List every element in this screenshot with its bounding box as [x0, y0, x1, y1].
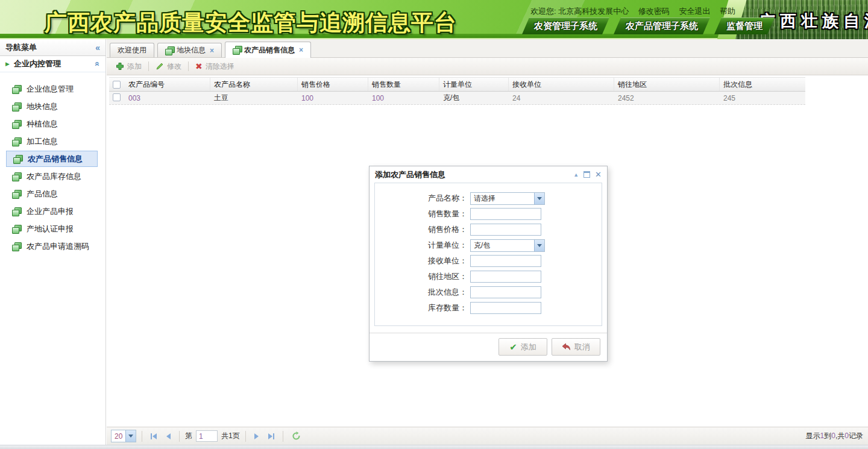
page-size-select[interactable]: 20: [111, 430, 136, 442]
stock-qty-input[interactable]: [470, 302, 541, 314]
dialog-header[interactable]: 添加农产品销售信息 ▲ ✕: [370, 166, 607, 183]
row-checkbox[interactable]: [113, 93, 121, 101]
dropdown-trigger[interactable]: [534, 193, 544, 204]
sidebar-item-label: 产品信息: [27, 189, 58, 199]
doc-stack-icon: [12, 85, 21, 93]
dropdown-trigger[interactable]: [125, 430, 136, 442]
clear-selection-button[interactable]: ✖ 清除选择: [192, 61, 238, 72]
first-page-button[interactable]: [148, 433, 160, 439]
tab-close-icon[interactable]: ×: [210, 46, 214, 55]
dialog-title: 添加农产品销售信息: [375, 169, 445, 180]
tab-close-icon[interactable]: ×: [299, 46, 303, 54]
column-header[interactable]: 销售数量: [368, 78, 439, 91]
doc-stack-icon: [233, 46, 242, 54]
system-tab-agri-materials[interactable]: 农资管理子系统: [522, 17, 609, 34]
prev-page-button[interactable]: [163, 433, 174, 439]
field-label-sale-qty: 销售数量：: [375, 209, 470, 219]
pagination-separator: [142, 431, 142, 442]
record-end-number: 0: [831, 432, 835, 440]
unit-select[interactable]: 克/包: [470, 239, 545, 252]
sidebar-item-enterprise-info[interactable]: 企业信息管理: [0, 80, 105, 98]
doc-stack-icon: [165, 46, 174, 55]
system-tab-supervision[interactable]: 监督管理: [714, 17, 775, 34]
sidebar-item-label: 产地认证申报: [27, 224, 74, 234]
sale-qty-input[interactable]: [470, 208, 541, 220]
maximize-icon[interactable]: [583, 171, 590, 178]
column-header[interactable]: 农产品名称: [210, 78, 298, 91]
sidebar-item-label: 农产品申请追溯码: [27, 241, 89, 252]
sidebar-collapse-icon[interactable]: «: [95, 43, 100, 52]
column-header[interactable]: 批次信息: [720, 78, 805, 91]
logout-link[interactable]: 安全退出: [679, 7, 710, 16]
add-button[interactable]: 添加: [112, 61, 145, 72]
pencil-icon: [156, 62, 164, 71]
clear-x-icon: ✖: [195, 62, 203, 71]
sidebar-item-planting-info[interactable]: 种植信息: [0, 115, 105, 133]
app-header: 广西农产品质量安全监管与追溯信息平台 欢迎您: 北京高科技发展中心 修改密码 安…: [0, 0, 868, 39]
content-tabbar: 欢迎使用 地块信息 × 农产品销售信息 ×: [107, 39, 868, 58]
sidebar: 导航菜单 « ▶ 企业内控管理 « 企业信息管理 地块信息 种植信息 加工信息 …: [0, 39, 106, 449]
edit-button[interactable]: 修改: [152, 61, 185, 72]
doc-stack-icon: [12, 225, 21, 233]
sidebar-item-sales-info[interactable]: 农产品销售信息: [6, 151, 98, 167]
add-sales-dialog: 添加农产品销售信息 ▲ ✕ 产品名称： 请选择 销售数量： 销售价格： 计量单位…: [369, 166, 608, 362]
product-name-select[interactable]: 请选择: [470, 192, 545, 205]
batch-input[interactable]: [470, 286, 541, 298]
tab-label: 农产品销售信息: [244, 45, 295, 55]
section-collapse-icon[interactable]: «: [93, 61, 102, 66]
dropdown-trigger[interactable]: [534, 240, 544, 251]
receiver-input[interactable]: [470, 255, 541, 267]
system-tabs: 农资管理子系统 农产品管理子系统 监督管理: [522, 17, 775, 34]
triangle-left-icon: [153, 433, 157, 439]
next-page-button[interactable]: [251, 433, 262, 439]
last-page-button[interactable]: [265, 433, 277, 439]
toolbar-separator: [188, 61, 189, 71]
sidebar-item-processing-info[interactable]: 加工信息: [0, 133, 105, 150]
welcome-text: 欢迎您: 北京高科技发展中心: [530, 7, 629, 16]
change-password-link[interactable]: 修改密码: [638, 7, 670, 16]
minimize-icon[interactable]: ▲: [573, 172, 579, 178]
cancel-arrow-icon: [562, 343, 571, 351]
sidebar-item-product-info[interactable]: 产品信息: [0, 185, 105, 203]
dialog-cancel-button[interactable]: 取消: [552, 338, 600, 356]
sidebar-item-inventory-info[interactable]: 农产品库存信息: [0, 168, 105, 185]
sidebar-title: 导航菜单: [5, 42, 37, 53]
sidebar-item-plot-info[interactable]: 地块信息: [0, 98, 105, 115]
column-header[interactable]: 计量单位: [439, 78, 509, 91]
grid-toolbar: 添加 修改 ✖ 清除选择: [107, 58, 868, 75]
sidebar-section-internal-control[interactable]: ▶ 企业内控管理 «: [0, 56, 105, 72]
dialog-add-button[interactable]: ✔ 添加: [498, 338, 547, 356]
cell-region: 2452: [614, 94, 720, 102]
close-icon[interactable]: ✕: [595, 171, 602, 178]
doc-stack-icon: [12, 242, 21, 251]
select-all-checkbox[interactable]: [113, 81, 121, 89]
app-title: 广西农产品质量安全监管与追溯信息平台: [45, 8, 457, 38]
dialog-body: 产品名称： 请选择 销售数量： 销售价格： 计量单位： 克/包 接收单位：: [374, 183, 602, 326]
tab-plot-info[interactable]: 地块信息 ×: [157, 43, 222, 57]
sales-grid: 农产品编号 农产品名称 销售价格 销售数量 计量单位 接收单位 销往地区 批次信…: [109, 77, 805, 105]
section-arrow-icon: ▶: [5, 61, 10, 67]
sale-price-input[interactable]: [470, 224, 541, 236]
sidebar-menu: 企业信息管理 地块信息 种植信息 加工信息 农产品销售信息 农产品库存信息 产品…: [0, 72, 105, 255]
help-link[interactable]: 帮助: [720, 7, 735, 16]
column-header[interactable]: 接收单位: [509, 78, 614, 91]
column-header[interactable]: 销往地区: [614, 78, 720, 91]
field-label-receiver: 接收单位：: [375, 256, 470, 266]
page-number-input[interactable]: [196, 430, 218, 442]
cell-sale-price: 100: [298, 94, 368, 102]
unit-value: 克/包: [471, 240, 534, 251]
edit-button-label: 修改: [167, 61, 181, 72]
sidebar-item-origin-cert[interactable]: 产地认证申报: [0, 220, 105, 237]
sidebar-item-trace-code[interactable]: 农产品申请追溯码: [0, 237, 105, 255]
region-input[interactable]: [470, 271, 541, 283]
column-header[interactable]: 农产品编号: [125, 78, 210, 91]
tab-welcome[interactable]: 欢迎使用: [110, 43, 154, 57]
refresh-button[interactable]: [289, 432, 304, 441]
column-header[interactable]: 销售价格: [298, 78, 368, 91]
last-page-icon: [273, 433, 274, 439]
sidebar-item-product-declare[interactable]: 企业产品申报: [0, 203, 105, 220]
tab-sales-info[interactable]: 农产品销售信息 ×: [225, 42, 311, 58]
system-tab-agri-products[interactable]: 农产品管理子系统: [614, 17, 710, 34]
table-row[interactable]: 003 土豆 100 100 克/包 24 2452 245: [109, 92, 805, 105]
doc-stack-icon: [12, 172, 21, 181]
